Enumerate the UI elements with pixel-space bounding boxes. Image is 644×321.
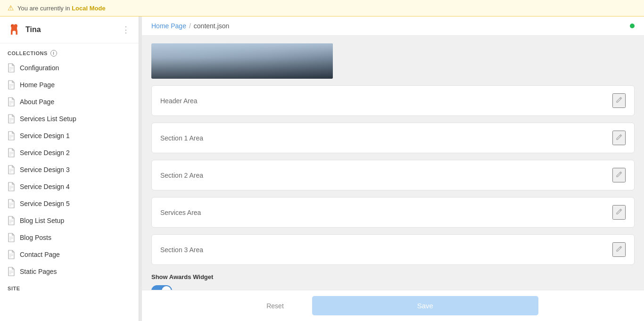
sidebar-item-services-list-setup[interactable]: Services List Setup (0, 110, 139, 127)
breadcrumb-link[interactable]: Home Page (151, 22, 186, 30)
sidebar-item-configuration[interactable]: Configuration (0, 59, 139, 76)
sidebar-item-home-page[interactable]: Home Page (0, 76, 139, 93)
sidebar-scroll: COLLECTIONS i Configuration Home Pa (0, 43, 139, 321)
site-section-label: SITE (0, 280, 139, 294)
sidebar-item-label: Home Page (20, 81, 55, 89)
sidebar-logo: Tina (8, 23, 41, 36)
breadcrumb-bar: Home Page / content.json (142, 16, 644, 36)
sidebar-item-label: Static Pages (20, 268, 57, 275)
sidebar-item-label: Blog Posts (20, 234, 51, 241)
section-card-label: Section 2 Area (160, 172, 203, 179)
sidebar-item-label: Configuration (20, 64, 59, 72)
preview-image (151, 43, 333, 79)
document-icon (8, 267, 15, 276)
document-icon (8, 97, 15, 107)
local-mode-banner: ⚠ You are currently in Local Mode (0, 0, 644, 16)
image-preview (151, 43, 635, 79)
sidebar-item-label: Services List Setup (20, 115, 76, 123)
pencil-icon (615, 245, 623, 253)
sidebar-item-service-design-5[interactable]: Service Design 5 (0, 195, 139, 212)
document-icon (8, 63, 15, 73)
toggle-section: Show Awards Widget (151, 273, 635, 290)
sidebar-item-blog-posts[interactable]: Blog Posts (0, 229, 139, 246)
document-icon (8, 182, 15, 191)
document-icon (8, 233, 15, 242)
toggle-knob (162, 286, 171, 290)
sidebar-item-label: Service Design 5 (20, 200, 70, 207)
sidebar-item-service-design-1[interactable]: Service Design 1 (0, 127, 139, 144)
edit-section-button-services-area[interactable] (612, 205, 626, 220)
mode-label: Local Mode (72, 5, 106, 12)
pencil-icon (615, 171, 623, 178)
sidebar: Tina ⋮ COLLECTIONS i Configuration (0, 16, 139, 321)
section-card-label: Section 1 Area (160, 134, 203, 142)
document-icon (8, 216, 15, 225)
sidebar-item-label: Service Design 3 (20, 166, 70, 173)
sidebar-item-blog-list-setup[interactable]: Blog List Setup (0, 212, 139, 229)
sidebar-item-about-page[interactable]: About Page (0, 93, 139, 110)
sidebar-item-label: Service Design 4 (20, 183, 70, 190)
breadcrumb: Home Page / content.json (151, 22, 229, 30)
section-card-header-area: Header Area (151, 85, 635, 116)
sidebar-item-static-pages[interactable]: Static Pages (0, 263, 139, 280)
sidebar-item-label: Blog List Setup (20, 217, 64, 224)
document-icon (8, 250, 15, 259)
sidebar-item-label: About Page (20, 98, 54, 106)
document-icon (8, 114, 15, 123)
sections-container: Header Area Section 1 Area Section 2 Are… (151, 85, 635, 265)
sidebar-item-service-design-4[interactable]: Service Design 4 (0, 178, 139, 195)
document-icon (8, 165, 15, 174)
sidebar-items-container: Configuration Home Page About Page (0, 59, 139, 280)
main-content: Home Page / content.json Header Area (142, 16, 644, 321)
section-card-section-1-area: Section 1 Area (151, 123, 635, 153)
edit-section-button-section-3-area[interactable] (612, 242, 626, 257)
pencil-icon (615, 96, 623, 104)
document-icon (8, 199, 15, 208)
svg-point-0 (11, 25, 12, 26)
document-icon (8, 148, 15, 157)
collections-section-label: COLLECTIONS i (0, 43, 139, 59)
document-icon (8, 131, 15, 140)
awards-widget-toggle[interactable] (151, 285, 172, 290)
sidebar-item-label: Service Design 1 (20, 132, 70, 140)
edit-section-button-section-2-area[interactable] (612, 168, 626, 182)
reset-button[interactable]: Reset (248, 297, 303, 314)
llama-icon (8, 23, 21, 36)
banner-text: You are currently in Local Mode (17, 5, 106, 12)
section-card-label: Header Area (160, 97, 198, 105)
app-title: Tina (25, 25, 41, 34)
footer-bar: Reset Save (142, 290, 644, 321)
sidebar-item-label: Service Design 2 (20, 149, 70, 156)
document-icon (8, 80, 15, 90)
section-card-services-area: Services Area (151, 197, 635, 228)
content-area: Header Area Section 1 Area Section 2 Are… (142, 36, 644, 290)
edit-section-button-section-1-area[interactable] (612, 131, 626, 145)
toggle-label: Show Awards Widget (151, 273, 635, 280)
pencil-icon (615, 208, 623, 215)
edit-section-button-header-area[interactable] (612, 93, 626, 108)
sidebar-header: Tina ⋮ (0, 16, 139, 43)
section-card-label: Services Area (160, 209, 201, 216)
collections-info-icon[interactable]: i (50, 50, 57, 57)
sidebar-item-service-design-2[interactable]: Service Design 2 (0, 144, 139, 161)
section-card-section-2-area: Section 2 Area (151, 160, 635, 190)
save-button[interactable]: Save (312, 296, 538, 315)
sidebar-item-label: Contact Page (20, 251, 60, 258)
sidebar-item-contact-page[interactable]: Contact Page (0, 246, 139, 263)
section-card-label: Section 3 Area (160, 246, 203, 254)
section-card-section-3-area: Section 3 Area (151, 234, 635, 265)
sidebar-menu-button[interactable]: ⋮ (122, 25, 131, 35)
warning-icon: ⚠ (8, 4, 14, 12)
status-dot (630, 24, 635, 28)
sidebar-item-service-design-3[interactable]: Service Design 3 (0, 161, 139, 178)
breadcrumb-current: content.json (194, 22, 230, 30)
pencil-icon (615, 133, 623, 141)
breadcrumb-separator: / (189, 22, 191, 30)
